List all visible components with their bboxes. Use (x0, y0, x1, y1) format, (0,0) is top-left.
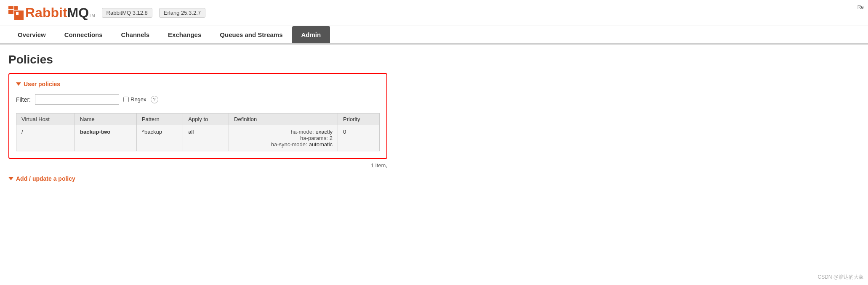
logo-tm: TM (89, 13, 95, 18)
policies-table: Virtual Host Name Pattern Apply to Defin… (16, 113, 380, 151)
logo-mq: MQ (67, 5, 89, 21)
rabbitmq-logo-icon (8, 6, 24, 20)
add-policy-header[interactable]: Add / update a policy (8, 175, 860, 182)
col-virtual-host: Virtual Host (16, 113, 75, 125)
def-ha-mode-key: ha-mode: (291, 129, 314, 135)
nav-exchanges[interactable]: Exchanges (159, 26, 210, 43)
nav-admin[interactable]: Admin (292, 26, 330, 43)
svg-rect-4 (16, 12, 19, 15)
svg-rect-1 (14, 6, 18, 10)
logo: Rabbit MQ TM (8, 5, 95, 21)
def-ha-params-key: ha-params: (300, 135, 328, 141)
cell-definition: ha-mode: exactly ha-params: 2 ha-sync-mo… (229, 125, 338, 151)
svg-rect-2 (8, 6, 13, 9)
nav-overview[interactable]: Overview (8, 26, 55, 43)
cell-pattern: ^backup (136, 125, 183, 151)
def-ha-mode-val: exactly (316, 129, 333, 135)
user-policies-header[interactable]: User policies (16, 81, 380, 87)
cell-apply-to: all (183, 125, 229, 151)
logo-text: Rabbit MQ TM (25, 5, 95, 21)
col-apply-to: Apply to (183, 113, 229, 125)
user-policies-label: User policies (24, 81, 60, 87)
svg-rect-3 (14, 11, 24, 20)
main-content: Policies User policies Filter: Regex ? V… (0, 45, 868, 190)
add-policy-icon (8, 177, 13, 180)
table-header-row: Virtual Host Name Pattern Apply to Defin… (16, 113, 380, 125)
filter-input[interactable] (35, 94, 119, 105)
col-name: Name (75, 113, 136, 125)
table-header: Virtual Host Name Pattern Apply to Defin… (16, 113, 380, 125)
table-row[interactable]: / backup-two ^backup all ha-mode: exactl… (16, 125, 380, 151)
nav-queues-streams[interactable]: Queues and Streams (210, 26, 292, 43)
svg-rect-0 (8, 10, 13, 14)
regex-checkbox[interactable] (123, 97, 129, 102)
item-count: 1 item, (8, 162, 387, 169)
def-ha-params: ha-params: 2 (234, 135, 333, 141)
col-pattern: Pattern (136, 113, 183, 125)
def-ha-sync-mode: ha-sync-mode: automatic (234, 141, 333, 148)
regex-label: Regex (130, 96, 146, 103)
table-body: / backup-two ^backup all ha-mode: exactl… (16, 125, 380, 151)
collapse-icon (16, 82, 21, 86)
main-nav: Overview Connections Channels Exchanges … (0, 26, 868, 45)
nav-channels[interactable]: Channels (112, 26, 159, 43)
policies-box: User policies Filter: Regex ? Virtual Ho… (8, 73, 387, 159)
def-ha-sync-mode-key: ha-sync-mode: (271, 141, 307, 148)
add-policy-label: Add / update a policy (16, 175, 75, 182)
cell-virtual-host: / (16, 125, 75, 151)
def-ha-sync-mode-val: automatic (309, 141, 333, 148)
cell-name: backup-two (75, 125, 136, 151)
def-ha-params-val: 2 (330, 135, 333, 141)
cell-priority: 0 (338, 125, 380, 151)
nav-connections[interactable]: Connections (55, 26, 112, 43)
logo-rabbit: Rabbit (25, 5, 67, 21)
header: Rabbit MQ TM RabbitMQ 3.12.8 Erlang 25.3… (0, 0, 868, 26)
page-title: Policies (8, 53, 860, 66)
col-priority: Priority (338, 113, 380, 125)
top-right-text: Re (857, 4, 864, 10)
help-icon[interactable]: ? (151, 96, 158, 103)
col-definition: Definition (229, 113, 338, 125)
filter-label: Filter: (16, 96, 31, 103)
def-ha-mode: ha-mode: exactly (234, 129, 333, 135)
regex-checkbox-label[interactable]: Regex (123, 96, 146, 103)
erlang-version-badge: Erlang 25.3.2.7 (159, 8, 205, 18)
rabbitmq-version-badge: RabbitMQ 3.12.8 (102, 8, 152, 18)
filter-row: Filter: Regex ? (16, 94, 380, 105)
